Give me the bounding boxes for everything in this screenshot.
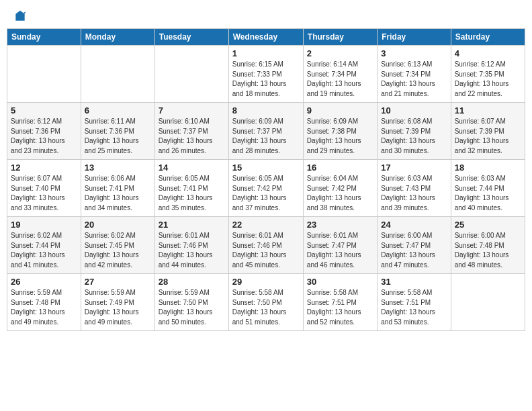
day-number: 22 — [232, 220, 300, 230]
day-number: 16 — [307, 163, 373, 173]
day-number: 29 — [232, 277, 300, 287]
calendar-week-1: 1Sunrise: 6:15 AM Sunset: 7:33 PM Daylig… — [7, 46, 525, 103]
day-number: 10 — [381, 105, 447, 116]
day-number: 19 — [11, 220, 77, 230]
day-info: Sunrise: 5:58 AM Sunset: 7:51 PM Dayligh… — [381, 288, 447, 327]
day-number: 8 — [232, 105, 300, 116]
calendar-week-3: 12Sunrise: 6:07 AM Sunset: 7:40 PM Dayli… — [7, 160, 525, 217]
day-info: Sunrise: 6:03 AM Sunset: 7:43 PM Dayligh… — [381, 174, 447, 213]
day-info: Sunrise: 6:03 AM Sunset: 7:44 PM Dayligh… — [455, 174, 521, 213]
day-number: 18 — [455, 163, 521, 173]
calendar-cell: 13Sunrise: 6:06 AM Sunset: 7:41 PM Dayli… — [81, 160, 154, 217]
weekday-header-thursday: Thursday — [303, 29, 377, 46]
day-number: 25 — [455, 220, 521, 230]
day-number: 27 — [85, 277, 151, 287]
day-number: 20 — [85, 220, 151, 230]
calendar-cell — [81, 46, 154, 103]
day-number: 11 — [455, 105, 521, 116]
day-info: Sunrise: 6:12 AM Sunset: 7:35 PM Dayligh… — [455, 60, 521, 99]
day-info: Sunrise: 6:01 AM Sunset: 7:46 PM Dayligh… — [159, 231, 225, 270]
calendar-cell: 17Sunrise: 6:03 AM Sunset: 7:43 PM Dayli… — [378, 160, 451, 217]
calendar-week-5: 26Sunrise: 5:59 AM Sunset: 7:48 PM Dayli… — [7, 274, 525, 331]
day-info: Sunrise: 6:07 AM Sunset: 7:39 PM Dayligh… — [455, 117, 521, 156]
day-info: Sunrise: 6:09 AM Sunset: 7:38 PM Dayligh… — [307, 117, 373, 156]
day-number: 4 — [455, 48, 521, 58]
calendar-cell: 24Sunrise: 6:00 AM Sunset: 7:47 PM Dayli… — [378, 217, 451, 274]
calendar-cell: 29Sunrise: 5:58 AM Sunset: 7:50 PM Dayli… — [228, 274, 303, 331]
day-info: Sunrise: 6:11 AM Sunset: 7:36 PM Dayligh… — [85, 117, 151, 156]
day-number: 1 — [232, 48, 300, 58]
calendar-cell: 31Sunrise: 5:58 AM Sunset: 7:51 PM Dayli… — [378, 274, 451, 331]
day-info: Sunrise: 5:59 AM Sunset: 7:49 PM Dayligh… — [85, 288, 151, 327]
day-info: Sunrise: 5:58 AM Sunset: 7:51 PM Dayligh… — [307, 288, 373, 327]
day-info: Sunrise: 6:07 AM Sunset: 7:40 PM Dayligh… — [11, 174, 77, 213]
calendar-cell: 2Sunrise: 6:14 AM Sunset: 7:34 PM Daylig… — [303, 46, 377, 103]
day-info: Sunrise: 6:05 AM Sunset: 7:41 PM Dayligh… — [159, 174, 225, 213]
logo-icon — [13, 9, 27, 23]
calendar-cell: 3Sunrise: 6:13 AM Sunset: 7:34 PM Daylig… — [378, 46, 451, 103]
logo — [12, 9, 27, 20]
calendar-cell — [451, 274, 525, 331]
calendar-cell: 18Sunrise: 6:03 AM Sunset: 7:44 PM Dayli… — [451, 160, 525, 217]
calendar-cell: 11Sunrise: 6:07 AM Sunset: 7:39 PM Dayli… — [451, 103, 525, 160]
day-info: Sunrise: 6:05 AM Sunset: 7:42 PM Dayligh… — [232, 174, 300, 213]
calendar-table: SundayMondayTuesdayWednesdayThursdayFrid… — [7, 28, 525, 331]
day-number: 9 — [307, 105, 373, 116]
day-number: 13 — [85, 163, 151, 173]
weekday-header-saturday: Saturday — [451, 29, 525, 46]
calendar-cell: 4Sunrise: 6:12 AM Sunset: 7:35 PM Daylig… — [451, 46, 525, 103]
calendar-cell: 23Sunrise: 6:01 AM Sunset: 7:47 PM Dayli… — [303, 217, 377, 274]
calendar-cell: 10Sunrise: 6:08 AM Sunset: 7:39 PM Dayli… — [378, 103, 451, 160]
calendar-cell: 26Sunrise: 5:59 AM Sunset: 7:48 PM Dayli… — [7, 274, 81, 331]
calendar-cell: 27Sunrise: 5:59 AM Sunset: 7:49 PM Dayli… — [81, 274, 154, 331]
day-number: 26 — [11, 277, 77, 287]
calendar-cell: 16Sunrise: 6:04 AM Sunset: 7:42 PM Dayli… — [303, 160, 377, 217]
day-number: 5 — [11, 105, 77, 116]
calendar-week-2: 5Sunrise: 6:12 AM Sunset: 7:36 PM Daylig… — [7, 103, 525, 160]
day-number: 14 — [159, 163, 225, 173]
day-number: 24 — [381, 220, 447, 230]
day-info: Sunrise: 6:09 AM Sunset: 7:37 PM Dayligh… — [232, 117, 300, 156]
calendar-cell: 12Sunrise: 6:07 AM Sunset: 7:40 PM Dayli… — [7, 160, 81, 217]
day-number: 15 — [232, 163, 300, 173]
day-info: Sunrise: 6:13 AM Sunset: 7:34 PM Dayligh… — [381, 60, 447, 99]
calendar-cell: 6Sunrise: 6:11 AM Sunset: 7:36 PM Daylig… — [81, 103, 154, 160]
day-number: 7 — [159, 105, 225, 116]
day-number: 6 — [85, 105, 151, 116]
calendar-week-4: 19Sunrise: 6:02 AM Sunset: 7:44 PM Dayli… — [7, 217, 525, 274]
day-number: 30 — [307, 277, 373, 287]
calendar-cell: 15Sunrise: 6:05 AM Sunset: 7:42 PM Dayli… — [228, 160, 303, 217]
day-info: Sunrise: 6:10 AM Sunset: 7:37 PM Dayligh… — [159, 117, 225, 156]
day-info: Sunrise: 5:58 AM Sunset: 7:50 PM Dayligh… — [232, 288, 300, 327]
weekday-header-sunday: Sunday — [7, 29, 81, 46]
day-info: Sunrise: 6:02 AM Sunset: 7:45 PM Dayligh… — [85, 231, 151, 270]
weekday-header-friday: Friday — [378, 29, 451, 46]
calendar-header-row: SundayMondayTuesdayWednesdayThursdayFrid… — [7, 29, 525, 46]
calendar-cell: 7Sunrise: 6:10 AM Sunset: 7:37 PM Daylig… — [154, 103, 228, 160]
calendar-cell: 9Sunrise: 6:09 AM Sunset: 7:38 PM Daylig… — [303, 103, 377, 160]
day-info: Sunrise: 6:12 AM Sunset: 7:36 PM Dayligh… — [11, 117, 77, 156]
calendar-cell: 22Sunrise: 6:01 AM Sunset: 7:46 PM Dayli… — [228, 217, 303, 274]
calendar-cell: 1Sunrise: 6:15 AM Sunset: 7:33 PM Daylig… — [228, 46, 303, 103]
day-info: Sunrise: 6:01 AM Sunset: 7:47 PM Dayligh… — [307, 231, 373, 270]
calendar-cell: 21Sunrise: 6:01 AM Sunset: 7:46 PM Dayli… — [154, 217, 228, 274]
weekday-header-wednesday: Wednesday — [228, 29, 303, 46]
day-info: Sunrise: 6:00 AM Sunset: 7:48 PM Dayligh… — [455, 231, 521, 270]
calendar-cell: 5Sunrise: 6:12 AM Sunset: 7:36 PM Daylig… — [7, 103, 81, 160]
calendar-cell: 30Sunrise: 5:58 AM Sunset: 7:51 PM Dayli… — [303, 274, 377, 331]
day-number: 31 — [381, 277, 447, 287]
day-number: 28 — [159, 277, 225, 287]
calendar-cell: 8Sunrise: 6:09 AM Sunset: 7:37 PM Daylig… — [228, 103, 303, 160]
calendar-cell — [7, 46, 81, 103]
weekday-header-monday: Monday — [81, 29, 154, 46]
day-number: 12 — [11, 163, 77, 173]
day-info: Sunrise: 6:15 AM Sunset: 7:33 PM Dayligh… — [232, 60, 300, 99]
day-number: 23 — [307, 220, 373, 230]
day-info: Sunrise: 6:01 AM Sunset: 7:46 PM Dayligh… — [232, 231, 300, 270]
day-info: Sunrise: 5:59 AM Sunset: 7:48 PM Dayligh… — [11, 288, 77, 327]
day-info: Sunrise: 6:00 AM Sunset: 7:47 PM Dayligh… — [381, 231, 447, 270]
day-number: 17 — [381, 163, 447, 173]
calendar-cell: 25Sunrise: 6:00 AM Sunset: 7:48 PM Dayli… — [451, 217, 525, 274]
calendar-cell — [154, 46, 228, 103]
day-info: Sunrise: 5:59 AM Sunset: 7:50 PM Dayligh… — [159, 288, 225, 327]
